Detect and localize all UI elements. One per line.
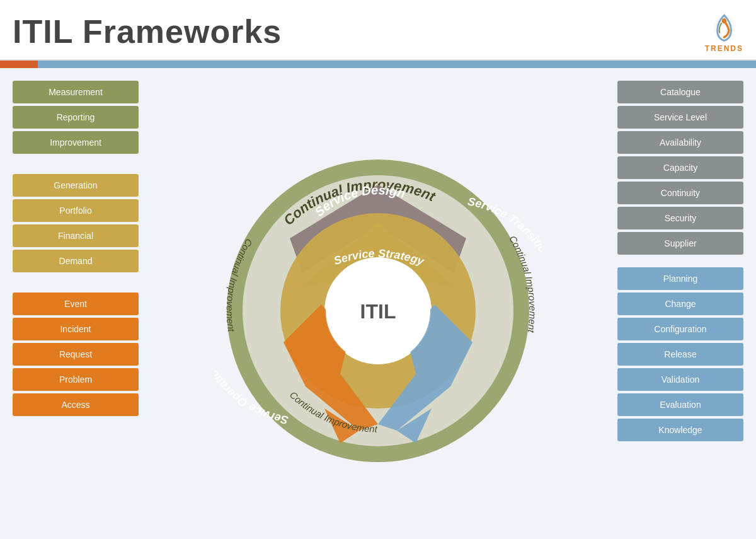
btn-change[interactable]: Change xyxy=(617,293,743,315)
color-bar-blue xyxy=(38,61,756,68)
btn-supplier[interactable]: Supplier xyxy=(617,232,743,255)
btn-improvement[interactable]: Improvement xyxy=(13,131,139,154)
color-bar-orange xyxy=(0,61,38,68)
btn-availability[interactable]: Availability xyxy=(617,131,743,154)
btn-release[interactable]: Release xyxy=(617,343,743,366)
btn-incident[interactable]: Incident xyxy=(13,318,139,340)
left-group-orange: Event Incident Request Problem Access xyxy=(13,293,139,416)
btn-request[interactable]: Request xyxy=(13,343,139,366)
btn-financial[interactable]: Financial xyxy=(13,224,139,247)
logo: TRENDS xyxy=(705,9,743,53)
btn-knowledge[interactable]: Knowledge xyxy=(617,419,743,441)
left-group-olive: Measurement Reporting Improvement xyxy=(13,81,139,154)
right-group-blue: Planning Change Configuration Release Va… xyxy=(617,267,743,441)
btn-planning[interactable]: Planning xyxy=(617,267,743,290)
btn-portfolio[interactable]: Portfolio xyxy=(13,199,139,222)
main-content: Measurement Reporting Improvement Genera… xyxy=(0,68,756,539)
btn-capacity[interactable]: Capacity xyxy=(617,156,743,179)
btn-service-level[interactable]: Service Level xyxy=(617,106,743,129)
btn-catalogue[interactable]: Catalogue xyxy=(617,81,743,103)
btn-security[interactable]: Security xyxy=(617,207,743,229)
color-bar xyxy=(0,61,756,68)
svg-text:ITIL: ITIL xyxy=(360,300,396,323)
logo-text: TRENDS xyxy=(705,44,743,53)
right-group-gray: Catalogue Service Level Availability Cap… xyxy=(617,81,743,255)
left-group-yellow: Generation Portfolio Financial Demand xyxy=(13,174,139,272)
header: ITIL Frameworks TRENDS xyxy=(0,0,756,61)
center-diagram: Continual Improvement Continual Improvem… xyxy=(145,81,611,528)
btn-validation[interactable]: Validation xyxy=(617,368,743,391)
btn-generation[interactable]: Generation xyxy=(13,174,139,197)
logo-icon xyxy=(707,9,742,44)
btn-evaluation[interactable]: Evaluation xyxy=(617,393,743,416)
btn-problem[interactable]: Problem xyxy=(13,368,139,391)
btn-access[interactable]: Access xyxy=(13,393,139,416)
btn-continuity[interactable]: Continuity xyxy=(617,182,743,204)
btn-demand[interactable]: Demand xyxy=(13,250,139,272)
left-sidebar: Measurement Reporting Improvement Genera… xyxy=(13,81,139,528)
page-title: ITIL Frameworks xyxy=(13,13,282,50)
btn-configuration[interactable]: Configuration xyxy=(617,318,743,340)
btn-reporting[interactable]: Reporting xyxy=(13,106,139,129)
btn-event[interactable]: Event xyxy=(13,293,139,315)
right-sidebar: Catalogue Service Level Availability Cap… xyxy=(617,81,743,528)
itil-diagram: Continual Improvement Continual Improvem… xyxy=(214,122,542,487)
btn-measurement[interactable]: Measurement xyxy=(13,81,139,103)
